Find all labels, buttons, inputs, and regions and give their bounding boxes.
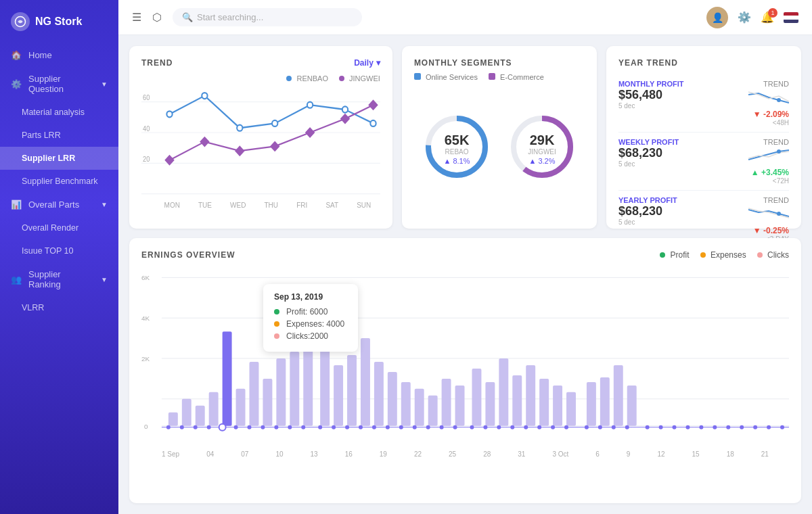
weekly-profit-date: 5 dec xyxy=(618,160,679,168)
jingwei-dot xyxy=(339,76,344,81)
svg-rect-57 xyxy=(347,355,357,426)
rebao-donut: 65K REBAO ▲ 8.1% xyxy=(420,110,494,184)
tooltip-date: Sep 13, 2019 xyxy=(274,292,347,302)
trend-svg: 60 40 20 xyxy=(141,87,380,202)
year-row-right: TREND ▼ -2.09% <48H xyxy=(748,80,789,126)
svg-point-113 xyxy=(646,425,650,429)
sidebar-item-overall-parts[interactable]: 📊 Overall Parts ▼ xyxy=(0,193,118,216)
svg-marker-20 xyxy=(340,114,351,124)
yearly-profit-value: $68,230 xyxy=(618,204,677,218)
profit-legend: Profit xyxy=(660,250,689,260)
year-row-monthly: MONTHLY PROFIT $56,480 5 dec TREND ▼ -2.… xyxy=(618,74,789,133)
expenses-legend-label: Expenses xyxy=(710,250,746,260)
svg-rect-60 xyxy=(388,372,397,426)
trend-chart: 60 40 20 xyxy=(141,87,380,202)
x-label: 1 Sep xyxy=(162,450,179,458)
svg-rect-58 xyxy=(361,338,370,426)
menu-icon[interactable]: ☰ xyxy=(132,11,141,24)
svg-rect-66 xyxy=(472,369,481,426)
tooltip-clicks-dot xyxy=(274,333,279,339)
svg-rect-73 xyxy=(566,392,576,426)
day-label-wed: WED xyxy=(230,202,246,209)
monthly-profit-label: MONTHLY PROFIT xyxy=(618,80,684,88)
svg-point-90 xyxy=(318,425,322,429)
search-box[interactable]: 🔍 Start searching... xyxy=(173,8,362,26)
overview-legend: Profit Expenses Clicks xyxy=(660,250,789,260)
svg-point-97 xyxy=(413,425,417,429)
sidebar-item-vlrr[interactable]: VLRR xyxy=(0,296,118,319)
svg-rect-46 xyxy=(196,406,205,426)
svg-point-12 xyxy=(307,102,313,108)
svg-point-81 xyxy=(194,425,198,429)
language-flag[interactable] xyxy=(784,12,798,23)
svg-marker-16 xyxy=(200,137,210,147)
x-label: 07 xyxy=(241,450,248,458)
svg-rect-68 xyxy=(499,358,508,426)
chevron-down-icon: ▼ xyxy=(101,80,108,88)
svg-text:▲ 3.2%: ▲ 3.2% xyxy=(528,157,555,165)
sidebar-item-material-analysis[interactable]: Material analysis xyxy=(0,101,118,124)
svg-point-11 xyxy=(272,120,277,126)
notifications-button[interactable]: 🔔 1 xyxy=(761,11,774,24)
x-label: 22 xyxy=(414,450,422,458)
sidebar-item-label: Supplier Question xyxy=(28,74,94,94)
x-label: 21 xyxy=(761,450,769,458)
cube-icon[interactable]: ⬡ xyxy=(152,11,162,24)
svg-point-104 xyxy=(510,425,514,429)
svg-point-96 xyxy=(399,425,403,429)
svg-marker-19 xyxy=(305,127,315,138)
sidebar-item-label: Isuue TOP 10 xyxy=(22,246,73,256)
svg-point-100 xyxy=(453,425,457,429)
sidebar-item-supplier-ranking[interactable]: 👥 Supplier Ranking ▼ xyxy=(0,262,118,296)
sidebar-item-issue-top10[interactable]: Isuue TOP 10 xyxy=(0,239,118,262)
weekly-trend-val: ▲ +3.45% xyxy=(748,168,789,177)
svg-point-101 xyxy=(470,425,474,429)
svg-rect-49 xyxy=(236,389,246,426)
monthly-mini-chart xyxy=(748,88,789,107)
svg-point-32 xyxy=(777,98,781,102)
header: ☰ ⬡ 🔍 Start searching... 👤 ⚙️ 🔔 1 xyxy=(118,0,812,35)
svg-rect-77 xyxy=(627,386,637,426)
year-row-left: MONTHLY PROFIT $56,480 5 dec xyxy=(618,80,684,110)
tooltip-profit-label: Profit: 6000 xyxy=(286,307,328,317)
svg-rect-72 xyxy=(553,386,562,426)
settings-button[interactable]: ⚙️ xyxy=(738,11,751,24)
svg-rect-64 xyxy=(442,379,451,426)
sidebar-item-overall-render[interactable]: Overall Render xyxy=(0,216,118,239)
x-label: 04 xyxy=(206,450,214,458)
sidebar-item-supplier-benchmark[interactable]: Supplier Benchmark xyxy=(0,170,118,193)
jingwei-legend: JINGWEI xyxy=(339,74,380,83)
bar-chart-wrap: Sep 13, 2019 Profit: 6000 Expenses: 4000… xyxy=(141,271,789,446)
sidebar-item-label: Supplier Benchmark xyxy=(22,177,98,186)
avatar[interactable]: 👤 xyxy=(706,7,728,28)
svg-rect-56 xyxy=(334,365,343,426)
online-services-legend: Online Services xyxy=(414,73,478,81)
svg-text:40: 40 xyxy=(143,124,150,132)
segments-card: MONTHLY SEGMENTS Online Services E-Comme… xyxy=(402,46,597,229)
jingwei-label: JINGWEI xyxy=(349,74,380,83)
sidebar-item-supplier-lrr[interactable]: Supplier LRR xyxy=(0,147,118,170)
sidebar-item-parts-lrr[interactable]: Parts LRR xyxy=(0,124,118,147)
gear-icon: ⚙️ xyxy=(738,11,751,23)
trend-col-label2: TREND xyxy=(748,138,789,146)
svg-point-116 xyxy=(685,425,690,429)
bar-chart-svg: 6K 4K 2K 0 xyxy=(141,271,789,446)
svg-rect-53 xyxy=(290,352,299,426)
svg-point-119 xyxy=(726,425,730,429)
sidebar-item-label: Supplier Ranking xyxy=(28,269,94,289)
svg-point-82 xyxy=(207,425,211,429)
svg-rect-61 xyxy=(401,382,411,426)
weekly-profit-value: $68,230 xyxy=(618,146,679,160)
svg-point-121 xyxy=(753,425,757,429)
period-selector[interactable]: Daily ▾ xyxy=(354,58,380,68)
svg-point-99 xyxy=(440,425,444,429)
search-icon: 🔍 xyxy=(182,12,193,22)
segments-charts: 65K REBAO ▲ 8.1% 29K JINGWEI ▲ 3.2% xyxy=(414,89,585,204)
tooltip-clicks: Clicks:2000 xyxy=(274,331,347,341)
search-placeholder: Start searching... xyxy=(197,12,263,22)
trend-col-label3: TREND xyxy=(748,196,789,204)
svg-point-14 xyxy=(370,120,376,126)
sidebar-item-supplier-question[interactable]: ⚙️ Supplier Question ▼ xyxy=(0,67,118,101)
x-label: 15 xyxy=(692,450,700,458)
sidebar-item-home[interactable]: 🏠 Home xyxy=(0,43,118,67)
